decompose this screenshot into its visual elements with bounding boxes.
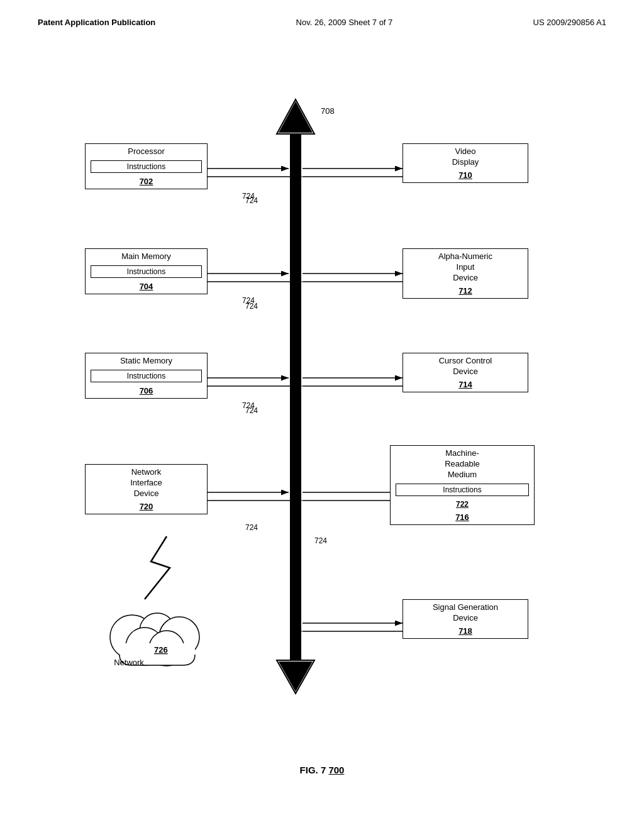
machine-readable-ref: 716: [391, 511, 534, 524]
machine-readable-inner-ref: 722: [391, 499, 534, 511]
alpha-numeric-ref: 712: [403, 285, 528, 298]
static-memory-ref: 706: [86, 385, 207, 398]
main-memory-ref: 704: [86, 280, 207, 294]
machine-readable-instructions: Instructions: [396, 484, 529, 496]
video-display-ref: 710: [403, 169, 528, 182]
header-patent-number: US 2009/290856 A1: [533, 18, 606, 27]
network-interface-ref: 720: [86, 501, 207, 514]
network-interface-label: Network Interface Device: [86, 465, 207, 501]
static-memory-label: Static Memory: [86, 353, 207, 368]
svg-point-35: [140, 613, 175, 648]
svg-rect-39: [119, 643, 195, 662]
svg-marker-8: [279, 101, 313, 133]
machine-readable-instructions-label: Instructions: [443, 485, 481, 494]
processor-box: Processor Instructions 702: [85, 143, 208, 189]
fig-label: FIG. 7: [300, 765, 329, 775]
video-display-label: Video Display: [403, 144, 528, 169]
svg-text:708: 708: [321, 106, 335, 116]
svg-point-36: [159, 617, 199, 657]
cursor-control-ref: 714: [403, 379, 528, 392]
main-memory-label: Main Memory: [86, 249, 207, 263]
static-memory-instructions-label: Instructions: [127, 372, 165, 380]
cursor-control-label: Cursor Control Device: [403, 353, 528, 379]
machine-readable-box: Machine- Readable Medium Instructions 72…: [390, 445, 535, 525]
signal-generation-ref: 718: [403, 625, 528, 638]
main-memory-instructions: Instructions: [91, 265, 202, 278]
alpha-numeric-box: Alpha-Numeric Input Device 712: [402, 248, 528, 299]
bus-label-4: 724: [314, 536, 327, 545]
signal-generation-label: Signal Generation Device: [403, 600, 528, 625]
svg-point-37: [126, 628, 164, 665]
main-memory-instructions-label: Instructions: [127, 267, 165, 276]
processor-ref: 702: [86, 175, 207, 189]
svg-marker-7: [277, 99, 314, 134]
page-header: Patent Application Publication Nov. 26, …: [0, 0, 644, 33]
header-date-sheet: Nov. 26, 2009 Sheet 7 of 7: [296, 18, 393, 27]
fig-ref: 700: [328, 765, 344, 775]
network-interface-box: Network Interface Device 720: [85, 464, 208, 514]
bus-label-3: 724: [242, 401, 255, 410]
svg-point-38: [149, 631, 184, 666]
svg-text:Network: Network: [114, 658, 144, 667]
svg-point-34: [110, 615, 154, 659]
main-memory-box: Main Memory Instructions 704: [85, 248, 208, 294]
static-memory-instructions: Instructions: [91, 370, 202, 382]
machine-readable-label: Machine- Readable Medium: [391, 446, 534, 482]
static-memory-box: Static Memory Instructions 706: [85, 353, 208, 399]
alpha-numeric-label: Alpha-Numeric Input Device: [403, 249, 528, 285]
signal-generation-box: Signal Generation Device 718: [402, 599, 528, 639]
svg-marker-9: [277, 660, 314, 694]
bus-label-1: 724: [242, 192, 255, 201]
processor-instructions-label: Instructions: [127, 162, 165, 171]
video-display-box: Video Display 710: [402, 143, 528, 183]
processor-label: Processor: [86, 144, 207, 158]
diagram-area: 708 724 724 724: [0, 33, 644, 788]
svg-marker-10: [279, 661, 313, 692]
figure-caption: FIG. 7 700: [0, 765, 644, 775]
processor-instructions: Instructions: [91, 160, 202, 173]
header-publication: Patent Application Publication: [38, 18, 155, 27]
svg-text:724: 724: [245, 523, 258, 532]
cursor-control-box: Cursor Control Device 714: [402, 353, 528, 392]
bus-label-2: 724: [242, 296, 255, 305]
svg-text:726: 726: [154, 645, 168, 655]
